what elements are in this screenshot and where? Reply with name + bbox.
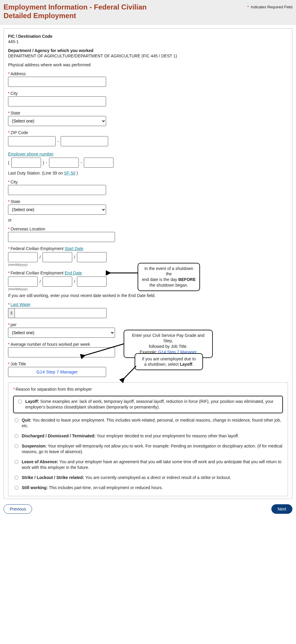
reason-radio-quit[interactable] <box>15 418 18 422</box>
job-title-input[interactable] <box>8 367 106 377</box>
page-header: Employment Information - Federal Civilia… <box>0 0 296 25</box>
zip-input-2[interactable] <box>61 136 108 146</box>
address-label: *Address <box>8 71 288 76</box>
reason-radio-strike[interactable] <box>15 476 18 480</box>
reason-panel: *Reason for separation from this employe… <box>8 382 288 497</box>
duty-state-label: *State <box>8 199 288 204</box>
last-wage-input[interactable] <box>15 308 107 318</box>
reason-option-layoff[interactable]: Layoff: Some examples are: lack of work,… <box>13 396 283 413</box>
reason-option-strike[interactable]: Strike / Lockout / Strike related: You a… <box>13 475 283 481</box>
reason-option-discharged[interactable]: Discharged / Dismissed / Terminated: You… <box>13 433 283 439</box>
next-button[interactable]: Next <box>271 504 292 514</box>
start-month-input[interactable] <box>8 252 38 262</box>
employer-phone-link[interactable]: Employer phone number <box>8 152 53 156</box>
overseas-label: *Overseas Location <box>8 227 288 231</box>
still-working-note: If you are still working, enter your mos… <box>8 293 288 298</box>
svg-line-2 <box>124 366 136 379</box>
required-note-text: Indicates Required Field <box>250 5 292 9</box>
reason-heading: *Reason for separation from this employe… <box>13 387 283 392</box>
reason-radio-loa[interactable] <box>15 460 18 464</box>
phone-sep-1: - <box>46 160 47 165</box>
annotation-end-date: In the event of a shutdown the end date … <box>138 263 200 291</box>
last-wage-label: *Last Wage <box>8 302 288 307</box>
zip-label: *ZIP Code <box>8 130 288 135</box>
zip-input-1[interactable] <box>8 136 56 146</box>
reason-option-leave-of-absence[interactable]: Leave of Absence: You and your employer … <box>13 459 283 471</box>
required-star-icon: * <box>247 5 249 9</box>
phone-line-input[interactable] <box>84 158 114 168</box>
city-label: *City <box>8 91 288 96</box>
start-year-input[interactable] <box>77 252 107 262</box>
or-label: or <box>8 218 288 222</box>
end-day-input[interactable] <box>42 277 72 287</box>
end-year-input[interactable] <box>77 277 107 287</box>
phone-prefix-input[interactable] <box>49 158 79 168</box>
reason-radio-still-working[interactable] <box>15 486 18 490</box>
last-wage-link[interactable]: Last Wage <box>10 302 30 307</box>
phone-sep-2: - <box>81 160 82 165</box>
duty-city-label: *City <box>8 180 288 184</box>
previous-button[interactable]: Previous <box>4 504 32 514</box>
footer-nav: Previous Next <box>0 502 296 519</box>
reason-option-still-working[interactable]: Still working: This includes part-time, … <box>13 485 283 491</box>
per-select[interactable]: (Select one) <box>8 328 115 338</box>
address-input[interactable] <box>8 77 106 87</box>
phone-paren-open: ( <box>8 160 10 165</box>
page-title: Employment Information - Federal Civilia… <box>4 3 170 20</box>
overseas-input[interactable] <box>8 232 115 242</box>
reason-radio-suspension[interactable] <box>15 444 18 448</box>
duty-state-select[interactable]: (Select one) <box>8 205 106 215</box>
dept-label: Department / Agency for which you worked <box>8 48 288 53</box>
state-label: *State <box>8 111 288 115</box>
phone-paren-close: ) <box>43 160 44 165</box>
phone-area-input[interactable] <box>11 158 41 168</box>
dept-value: DEPARTMENT OF AGRICULTURE/DEPARTMENT OF … <box>8 54 288 58</box>
reason-radio-discharged[interactable] <box>15 434 18 438</box>
start-date-label: *Federal Civilian Employment Start Date <box>8 246 288 251</box>
fic-label: FIC / Destination Code <box>8 34 288 39</box>
fic-value: 445-1 <box>8 39 288 44</box>
reason-option-suspension[interactable]: Suspension: Your employer will temporari… <box>13 443 283 455</box>
last-duty-station-label: Last Duty Station: (Line 39 on SF-50 ) <box>8 171 288 175</box>
start-date-link[interactable]: Start Date <box>65 246 84 251</box>
physical-address-heading: Physical address where work was performe… <box>8 62 288 67</box>
form-panel: FIC / Destination Code 445-1 Department … <box>4 28 292 499</box>
avg-hours-input[interactable] <box>8 347 115 357</box>
end-date-link[interactable]: End Date <box>65 271 82 275</box>
dollar-icon: $ <box>8 308 15 318</box>
sf50-link[interactable]: SF-50 <box>64 171 75 175</box>
zip-separator: - <box>57 139 59 144</box>
per-label: *per <box>8 322 288 327</box>
reason-option-quit[interactable]: Quit: You decided to leave your employme… <box>13 417 283 429</box>
duty-city-input[interactable] <box>8 185 106 195</box>
annotation-layoff: If you are unemployed due to a shutdown,… <box>135 353 203 370</box>
state-select[interactable]: (Select one) <box>8 116 106 126</box>
reason-radio-layoff[interactable] <box>18 400 22 403</box>
start-day-input[interactable] <box>42 252 72 262</box>
end-month-input[interactable] <box>8 277 38 287</box>
required-field-note: * Indicates Required Field <box>247 3 292 9</box>
city-input[interactable] <box>8 96 106 106</box>
